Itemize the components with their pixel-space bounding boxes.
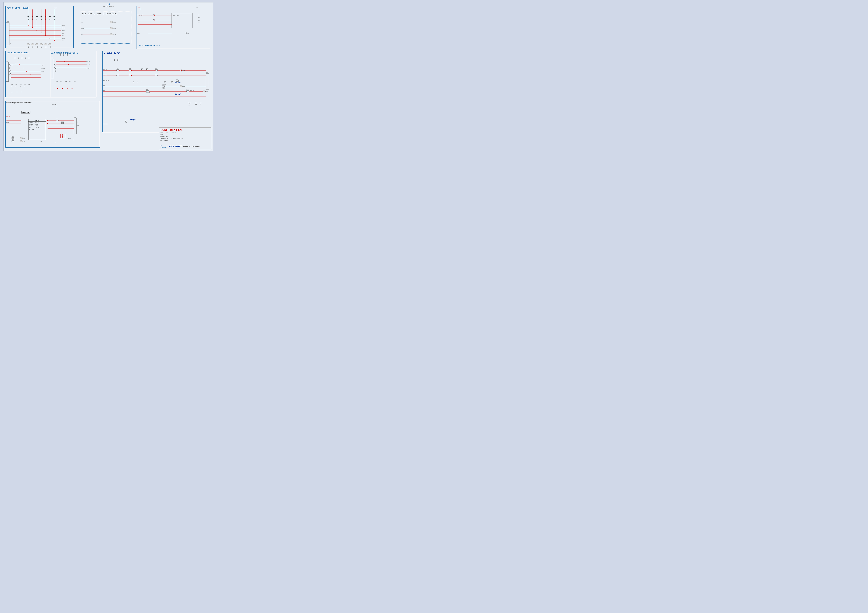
svg-point-290: [131, 75, 132, 76]
svg-point-106: [49, 43, 51, 45]
svg-text:ABM127TGS1: ABM127TGS1: [174, 15, 179, 16]
svg-text:R213: R213: [155, 74, 157, 74]
svg-text:GND: GND: [81, 34, 83, 35]
svg-rect-263: [186, 90, 189, 92]
svg-text:100pF: 100pF: [125, 122, 127, 123]
svg-point-105: [44, 43, 47, 45]
svg-point-187: [22, 92, 22, 93]
header-line2: mobile phones: [103, 6, 114, 7]
svg-text:TP302: TP302: [18, 57, 19, 59]
svg-text:TP312: TP312: [182, 86, 185, 87]
microsd-svg: VDD: [6, 6, 73, 48]
svg-text:R219: R219: [186, 89, 189, 90]
svg-text:C373: C373: [74, 81, 76, 82]
svg-text:SIM2_IO: SIM2_IO: [86, 61, 90, 62]
svg-rect-261: [176, 80, 178, 81]
svg-text:1.7ma: 1.7ma: [54, 106, 57, 107]
svg-text:DAT3: DAT3: [6, 38, 8, 39]
svg-text:TP911: TP911: [117, 59, 118, 61]
svg-text:J300: J300: [7, 21, 9, 22]
confidential-block: CONFIDENTIAL DOC V1 SC63006 DATE CHANGE …: [159, 127, 211, 149]
svg-point-331: [47, 123, 48, 124]
changed-text: CHANGED: [62, 134, 64, 138]
svg-text:MCON1: MCON1: [103, 90, 105, 92]
svg-text:DAT0: DAT0: [6, 28, 8, 28]
svg-text:R316: R316: [188, 105, 190, 106]
svg-text:SIM_CLK: SIM_CLK: [41, 68, 45, 69]
sim1-title: SIM CARD CONNECTOR1: [6, 51, 51, 54]
svg-text:USB_DM: USB_DM: [137, 33, 140, 34]
svg-text:TP305: TP305: [113, 34, 116, 35]
svg-text:C350: C350: [62, 121, 64, 122]
changed-box: CHANGED: [60, 134, 65, 138]
svg-text:TP306 VCMO: TP306 VCMO: [51, 104, 56, 105]
svg-text:TP1: TP1: [54, 143, 56, 144]
svg-text:C372: C372: [69, 81, 71, 82]
svg-text:VDD: VDD: [103, 85, 105, 86]
svg-text:R206: R206: [116, 74, 119, 74]
svg-text:MCD40: MCD40: [62, 30, 65, 31]
svg-text:C362: C362: [20, 84, 22, 85]
svg-text:J303: J303: [206, 72, 208, 73]
sim1-svg: TP301 TP302 TP303 TP304 TP305 J301 TSIM …: [6, 54, 51, 96]
svg-text:RRX&TX: RRX&TX: [81, 28, 84, 29]
svg-marker-161: [9, 73, 11, 75]
svg-text:MIC_ROUT: MIC_ROUT: [103, 74, 107, 76]
svg-text:MC-5: MC-5: [198, 20, 200, 21]
svg-text:MC-3: MC-3: [198, 23, 200, 23]
svg-text:SIM2_CLK: SIM2_CLK: [86, 68, 90, 69]
svg-text:Tupper: Tupper: [162, 88, 165, 89]
svg-text:C369: C369: [56, 81, 58, 82]
svg-text:TP305: TP305: [29, 57, 29, 59]
svg-text:J302: J302: [74, 117, 76, 118]
confidential-info: DOC V1 SC63006 DATE CHANGE NOTE APPROVED…: [159, 132, 211, 142]
confidential-footer: tcl Alcatel ACCESSORY AMBER MAIN BOARD: [159, 144, 211, 149]
svg-text:USB_DP: USB_DP: [6, 122, 9, 123]
svg-text:TP301: TP301: [15, 57, 16, 59]
svg-text:C371: C371: [65, 81, 67, 82]
svg-text:R205: R205: [116, 68, 119, 69]
uart-title: For UART1 Board download: [81, 11, 131, 16]
svg-point-289: [131, 70, 132, 71]
microusb-svg: USB_DM USB_DP J302 R310 C350 D+ D- GND T…: [6, 101, 100, 144]
sim2-content: TP321 TP322 TP323 J304 SIM2_IO SIM2_RST …: [51, 51, 96, 98]
svg-text:HPRT_RST: HPRT_RST: [190, 90, 194, 92]
svg-marker-158: [9, 64, 11, 66]
svg-point-207: [68, 64, 69, 65]
svg-text:R313: R313: [12, 136, 14, 137]
svg-text:C302: C302: [37, 16, 37, 17]
svg-text:22p: 22p: [24, 86, 25, 87]
svg-text:C300: C300: [28, 16, 29, 17]
svg-text:R314: R314: [12, 139, 14, 140]
svg-text:1nF: 1nF: [200, 104, 201, 105]
svg-point-149: [154, 20, 155, 21]
svg-rect-252: [155, 75, 158, 76]
svg-point-101: [27, 43, 30, 45]
svg-rect-236: [116, 75, 119, 76]
svg-text:D-: D-: [77, 122, 78, 123]
svg-text:C111: C111: [171, 81, 173, 82]
svg-text:C301: C301: [33, 16, 33, 17]
svg-marker-162: [9, 77, 11, 78]
svg-marker-160: [9, 70, 11, 72]
usb-charger-svg: VDD9 MCC2 CUST_CMD_ID MC-7 MC-6 MC-5 MC-…: [137, 6, 210, 45]
audio-title: AUDIO JACK: [102, 51, 210, 56]
svg-text:C110: C110: [164, 81, 166, 82]
svg-text:1: 1: [133, 81, 134, 83]
svg-point-120: [110, 27, 113, 29]
svg-text:22pF: 22pF: [164, 84, 166, 85]
svg-point-116: [110, 21, 113, 23]
svg-text:10P: 10P: [195, 104, 197, 105]
sim2-svg: TP321 TP322 TP323 J304 SIM2_IO SIM2_RST …: [51, 51, 96, 98]
c356-label: C356: [73, 140, 75, 141]
svg-text:CUST_CMD_ID: CUST_CMD_ID: [137, 15, 143, 16]
svg-point-88: [32, 27, 33, 28]
svg-text:MIC_LOUT: MIC_LOUT: [103, 70, 107, 70]
svg-text:VDD_SW: VDD_SW: [6, 116, 9, 118]
svg-rect-322: [12, 137, 14, 139]
svg-text:22p: 22p: [20, 86, 21, 87]
svg-text:DAT2: DAT2: [6, 40, 8, 42]
svg-rect-194: [51, 59, 54, 78]
svg-text:D+: D+: [77, 119, 78, 121]
sim1-block: SIM CARD CONNECTOR1 TP301 TP302 TP303 TP…: [5, 51, 51, 98]
